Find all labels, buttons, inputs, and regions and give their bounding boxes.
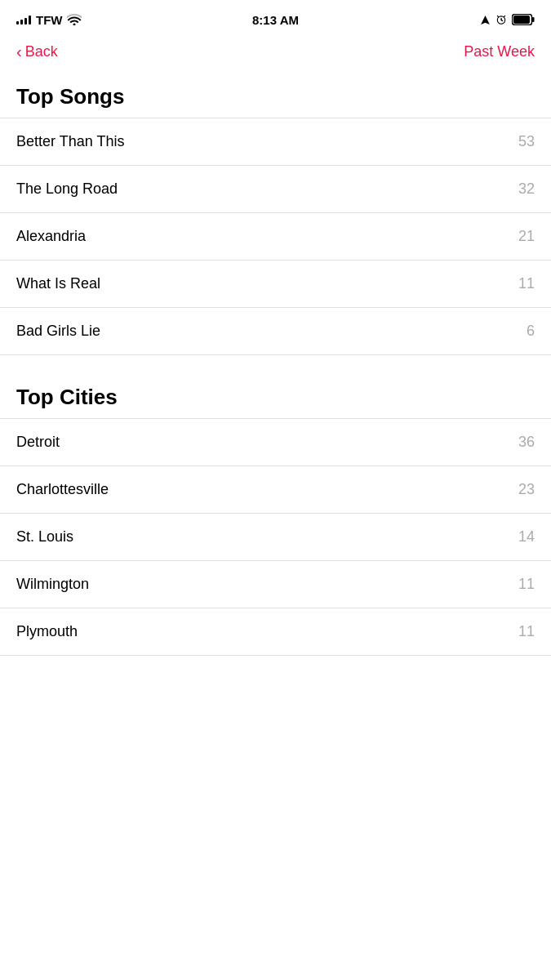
city-list-item[interactable]: Wilmington 11 [0, 561, 551, 608]
city-name: Charlottesville [16, 481, 109, 498]
city-count: 11 [518, 576, 535, 593]
song-name: Bad Girls Lie [16, 323, 100, 340]
city-list-item[interactable]: Detroit 36 [0, 419, 551, 466]
song-name: Better Than This [16, 133, 124, 150]
song-count: 32 [518, 180, 535, 198]
song-count: 53 [518, 133, 535, 150]
period-button[interactable]: Past Week [464, 43, 535, 60]
battery-icon [512, 14, 535, 25]
top-cities-title: Top Cities [0, 372, 551, 418]
location-icon [480, 15, 491, 25]
status-left: TFW [16, 13, 82, 27]
song-name: The Long Road [16, 180, 118, 198]
svg-rect-3 [532, 17, 535, 22]
top-songs-list: Better Than This 53 The Long Road 32 Ale… [0, 118, 551, 355]
song-list-item[interactable]: Alexandria 21 [0, 213, 551, 261]
carrier-label: TFW [36, 13, 62, 27]
nav-bar: ‹ Back Past Week [0, 36, 551, 71]
status-bar: TFW 8:13 AM [0, 0, 551, 36]
city-count: 14 [518, 528, 535, 546]
svg-rect-2 [513, 16, 530, 24]
city-list-item[interactable]: St. Louis 14 [0, 514, 551, 561]
song-list-item[interactable]: The Long Road 32 [0, 166, 551, 213]
city-name: Detroit [16, 434, 60, 451]
signal-icon [16, 15, 31, 24]
top-songs-title: Top Songs [0, 71, 551, 118]
section-gap [0, 355, 551, 372]
song-name: Alexandria [16, 228, 86, 245]
city-count: 11 [518, 623, 535, 640]
top-cities-section: Top Cities Detroit 36 Charlottesville 23… [0, 372, 551, 656]
top-cities-list: Detroit 36 Charlottesville 23 St. Louis … [0, 418, 551, 656]
song-list-item[interactable]: Bad Girls Lie 6 [0, 308, 551, 355]
top-songs-section: Top Songs Better Than This 53 The Long R… [0, 71, 551, 355]
song-name: What Is Real [16, 275, 100, 292]
city-name: Wilmington [16, 576, 89, 593]
city-name: St. Louis [16, 528, 73, 546]
city-list-item[interactable]: Charlottesville 23 [0, 466, 551, 514]
song-count: 11 [518, 275, 535, 292]
song-count: 21 [518, 228, 535, 245]
song-list-item[interactable]: Better Than This 53 [0, 118, 551, 166]
status-right [480, 14, 535, 25]
back-button[interactable]: ‹ Back [16, 42, 58, 61]
city-name: Plymouth [16, 623, 78, 640]
status-time: 8:13 AM [252, 13, 299, 27]
back-label: Back [25, 43, 58, 60]
back-chevron-icon: ‹ [16, 42, 22, 61]
city-list-item[interactable]: Plymouth 11 [0, 608, 551, 656]
song-count: 6 [527, 323, 535, 340]
wifi-icon [67, 14, 82, 25]
alarm-icon [495, 14, 507, 25]
city-count: 36 [518, 434, 535, 451]
city-count: 23 [518, 481, 535, 498]
song-list-item[interactable]: What Is Real 11 [0, 261, 551, 308]
